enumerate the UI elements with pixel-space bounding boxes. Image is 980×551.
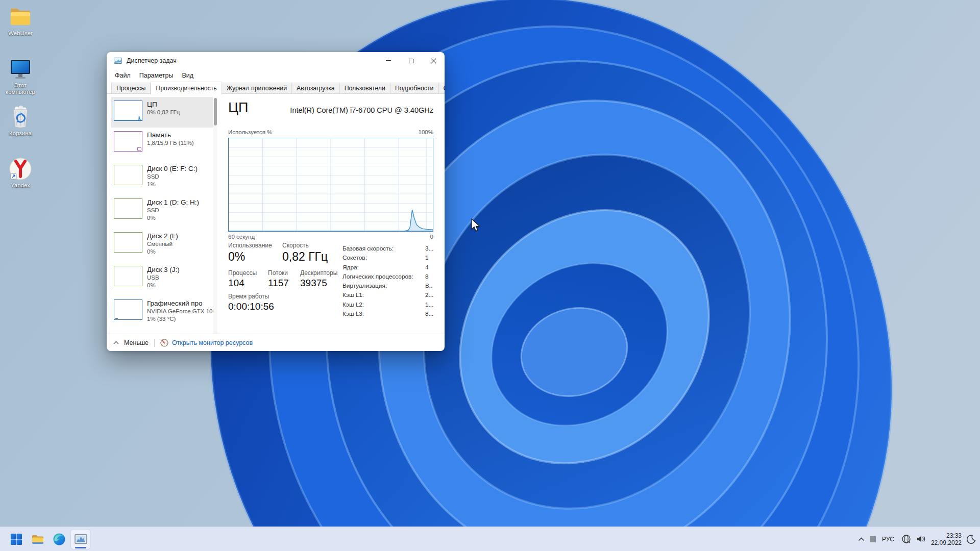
sidebar-item-title: Графический про [147,299,216,308]
sidebar-item-line: 1,8/15,9 ГБ (11%) [147,139,194,147]
menu-file[interactable]: Файл [115,72,131,79]
sidebar-item-gpu[interactable]: Графический про NVIDIA GeForce GTX 106 1… [111,296,213,330]
menu-options[interactable]: Параметры [139,72,174,79]
disk-thumbnail [114,266,142,286]
language-indicator[interactable]: РУС [882,536,894,543]
graph-label-row: Используется % 100% [228,129,433,135]
clock-time: 23:33 [931,532,962,539]
graph-label-right: 100% [419,129,433,135]
detail-row: Ядра:4 [342,264,434,273]
task-manager-taskbar-button[interactable] [70,529,91,549]
taskbar-app-icons [6,527,91,551]
stat-label: Потоки [268,269,289,277]
gpu-thumbnail [114,299,142,320]
sidebar-item-cpu[interactable]: ЦП 0% 0,82 ГГц [111,97,213,128]
clock-date: 22.09.2022 [931,539,962,546]
recycle-bin-icon [9,105,32,129]
resource-monitor-label: Открыть монитор ресурсов [172,339,253,346]
sidebar-item-title: Память [147,131,194,139]
tray-app-icon[interactable] [870,536,876,542]
sidebar-scrollbar[interactable] [213,97,217,334]
sidebar-item-disk3[interactable]: Диск 3 (J:) USB 0% [111,262,213,296]
stat-value: 0% [228,250,272,264]
performance-sidebar: ЦП 0% 0,82 ГГц Память 1,8/15,9 ГБ (11%) … [111,97,217,334]
stat-handles: Дескрипторы 39375 [300,269,337,289]
stat-label: Процессы [228,269,257,277]
sidebar-item-line: 0% [147,282,180,289]
detail-value: 3... [425,245,433,252]
detail-label: Логических процессоров: [342,273,413,280]
tray-chevron-up-icon[interactable] [858,537,865,541]
desktop-icon-this-pc[interactable]: Этот компьютер [0,57,41,95]
sidebar-item-line: 0% [147,214,199,222]
stat-threads: Потоки 1157 [268,269,289,289]
minimize-button[interactable] [377,52,400,69]
stat-label: Дескрипторы [300,269,337,277]
sidebar-item-line: 1% [147,181,198,188]
detail-value: 2... [425,291,433,298]
sidebar-item-disk2[interactable]: Диск 2 (I:) Сменный 0% [111,229,213,262]
stat-uptime: Время работы 0:00:10:56 [228,293,274,312]
detail-row: Базовая скорость:3... [342,245,434,254]
stat-value: 39375 [300,278,337,289]
tab-services[interactable]: Службы [439,83,445,94]
focus-assist-moon-icon[interactable] [967,535,976,544]
taskbar-clock[interactable]: 23:33 22.09.2022 [931,532,962,546]
mouse-cursor [471,218,483,233]
sidebar-item-line: 0% [147,248,178,256]
tab-performance[interactable]: Производительность [151,82,222,94]
tab-processes[interactable]: Процессы [111,83,151,94]
sidebar-item-memory[interactable]: Память 1,8/15,9 ГБ (11%) [111,128,213,161]
sidebar-item-disk1[interactable]: Диск 1 (D: G: H:) SSD 0% [111,195,213,229]
desktop-icon-yandex[interactable]: Yandex [0,157,41,189]
task-manager-app-icon [114,57,122,65]
detail-row: Логических процессоров:8 [342,273,434,282]
close-button[interactable] [422,52,445,69]
detail-value: В.. [425,282,432,289]
minimize-icon [386,60,391,61]
sidebar-item-disk0[interactable]: Диск 0 (E: F: C:) SSD 1% [111,161,213,195]
resource-monitor-icon [160,339,168,347]
computer-icon [9,57,32,81]
file-explorer-icon [31,533,44,546]
cpu-usage-line [229,138,433,231]
network-globe-icon[interactable] [901,534,911,544]
desktop-icon-label: WebUser [0,30,41,37]
tab-users[interactable]: Пользователи [340,83,390,94]
desktop-icon-recycle-bin[interactable]: Корзина [0,105,41,137]
sidebar-item-line: USB [147,274,180,282]
desktop-icon-webuser[interactable]: WebUser [0,5,41,37]
detail-label: Базовая скорость: [342,245,394,252]
chevron-up-icon [113,341,119,344]
system-tray: РУС 23:33 22.09.2022 [853,527,976,551]
sidebar-item-line: 0% 0,82 ГГц [147,109,180,116]
maximize-button[interactable] [400,52,422,69]
stat-value: 0:00:10:56 [228,301,274,312]
detail-value: 8... [425,310,433,317]
windows-start-icon [10,533,22,545]
menu-view[interactable]: Вид [182,72,193,79]
detail-row: Сокетов:1 [342,254,434,263]
detail-label: Кэш L2: [342,301,364,308]
disk-thumbnail [114,198,142,219]
detail-label: Кэш L3: [342,310,364,317]
tab-startup[interactable]: Автозагрузка [292,83,340,94]
taskbar: РУС 23:33 22.09.2022 [0,527,980,551]
file-explorer-button[interactable] [28,529,48,549]
disk-thumbnail [114,232,142,253]
window-controls [377,52,445,69]
fewer-details-button[interactable]: Меньше [113,339,149,346]
tab-app-history[interactable]: Журнал приложений [222,83,292,94]
tab-details[interactable]: Подробности [390,83,439,94]
start-button[interactable] [6,529,27,549]
desktop-icon-label: Корзина [0,130,41,137]
detail-value: 4 [425,264,429,271]
sidebar-item-title: Диск 3 (J:) [147,265,180,274]
sidebar-item-line: 1% (33 °C) [147,315,216,323]
open-resource-monitor-link[interactable]: Открыть монитор ресурсов [160,339,253,347]
scrollbar-thumb[interactable] [214,98,217,126]
stat-value: 0,82 ГГц [282,250,328,264]
edge-browser-button[interactable] [49,529,69,549]
detail-value: 1... [425,301,433,308]
volume-icon[interactable] [916,535,926,543]
